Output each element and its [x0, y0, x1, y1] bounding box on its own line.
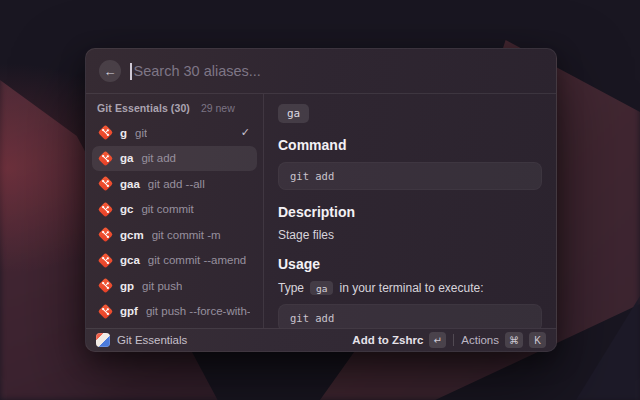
alias-command: git push --force-with-lease: [146, 305, 250, 317]
command-code-block: git add: [278, 162, 542, 190]
usage-heading: Usage: [278, 256, 542, 272]
alias-name: gcm: [120, 229, 144, 241]
git-logo-icon: [99, 152, 112, 165]
alias-name: ga: [120, 152, 133, 164]
k-key-icon: K: [529, 332, 546, 348]
back-button[interactable]: ←: [99, 60, 121, 82]
description-heading: Description: [278, 204, 542, 220]
window-body: Git Essentials (30) 29 new g git ✓: [86, 94, 556, 328]
desktop-wallpaper: ← Git Essentials (30) 29 new: [0, 0, 640, 400]
list-section-header: Git Essentials (30) 29 new: [86, 94, 263, 119]
list-item[interactable]: gpf git push --force-with-lease: [92, 299, 257, 325]
launcher-window: ← Git Essentials (30) 29 new: [85, 48, 557, 352]
back-arrow-icon: ←: [104, 65, 117, 78]
alias-name: gca: [120, 254, 140, 266]
git-logo-icon: [99, 203, 112, 216]
add-to-zshrc-label: Add to Zshrc: [352, 334, 423, 346]
alias-command: git add: [141, 152, 176, 164]
text-caret: [130, 63, 132, 80]
git-logo-icon: [99, 177, 112, 190]
status-bar-divider: [453, 334, 454, 346]
alias-command: git add --all: [148, 178, 205, 190]
actions-label: Actions: [461, 334, 499, 346]
detail-panel: ga Command git add Description Stage fil…: [263, 94, 556, 328]
usage-code-block: git add: [278, 304, 542, 328]
extension-name: Git Essentials: [117, 334, 187, 346]
list-item[interactable]: g git ✓: [92, 120, 257, 146]
usage-inline-code: ga: [310, 281, 333, 295]
alias-list-panel: Git Essentials (30) 29 new g git ✓: [86, 94, 263, 328]
return-key-icon: ↵: [429, 332, 446, 348]
list-item[interactable]: gcm git commit -m: [92, 222, 257, 248]
git-logo-icon: [99, 228, 112, 241]
alias-command: git commit --amend: [148, 254, 246, 266]
search-input[interactable]: [134, 63, 544, 79]
alias-command: git: [135, 127, 147, 139]
alias-command: git commit -m: [152, 229, 221, 241]
alias-name: gc: [120, 203, 133, 215]
git-logo-icon: [99, 254, 112, 267]
usage-prefix: Type: [278, 281, 304, 295]
alias-command: git commit: [141, 203, 193, 215]
list-item[interactable]: gca git commit --amend: [92, 248, 257, 274]
section-title: Git Essentials (30): [97, 102, 190, 114]
git-logo-icon: [99, 126, 112, 139]
list-item[interactable]: gaa git add --all: [92, 171, 257, 197]
description-text: Stage files: [278, 228, 542, 242]
usage-instruction: Type ga in your terminal to execute:: [278, 281, 542, 295]
list-item[interactable]: ga git add: [92, 146, 257, 172]
usage-suffix: in your terminal to execute:: [339, 281, 483, 295]
actions-button[interactable]: Actions ⌘ K: [461, 332, 546, 348]
list-item[interactable]: gc git commit: [92, 197, 257, 223]
git-logo-icon: [99, 305, 112, 318]
command-key-icon: ⌘: [505, 332, 523, 348]
alias-badge: ga: [278, 104, 309, 123]
extension-icon: [96, 333, 110, 347]
list-item[interactable]: gp git push: [92, 273, 257, 299]
command-heading: Command: [278, 137, 542, 153]
alias-command: git push: [142, 280, 182, 292]
section-new-badge: 29 new: [201, 102, 235, 114]
search-bar: ←: [86, 49, 556, 94]
add-to-zshrc-button[interactable]: Add to Zshrc ↵: [352, 332, 446, 348]
git-logo-icon: [99, 279, 112, 292]
status-bar-actions: Add to Zshrc ↵ Actions ⌘ K: [352, 332, 546, 348]
check-icon: ✓: [241, 126, 250, 139]
alias-name: gaa: [120, 178, 140, 190]
alias-name: g: [120, 127, 127, 139]
alias-name: gp: [120, 280, 134, 292]
status-bar: Git Essentials Add to Zshrc ↵ Actions ⌘ …: [86, 328, 556, 351]
alias-name: gpf: [120, 305, 138, 317]
alias-list[interactable]: g git ✓ ga git add: [86, 119, 263, 328]
